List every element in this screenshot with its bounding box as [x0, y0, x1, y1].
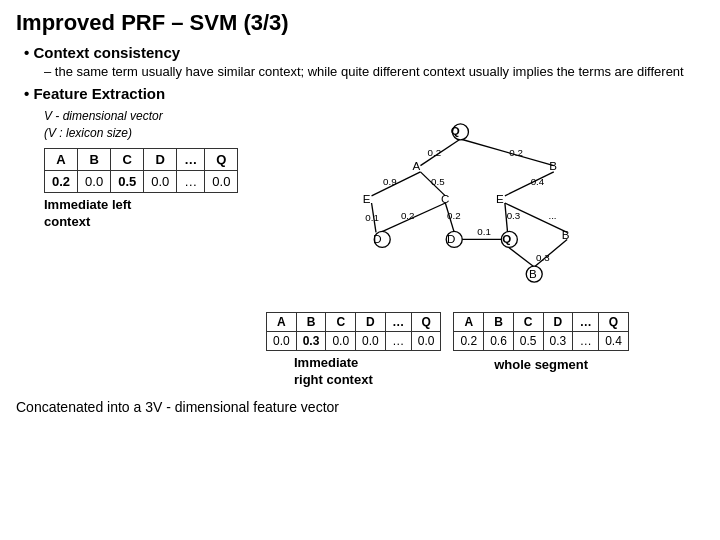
rt1-col-B: B [296, 313, 326, 332]
col-header-B: B [78, 148, 111, 170]
rt2-cell-ellipsis: … [573, 332, 599, 351]
left-panel: V - dimensional vector (V : lexicon size… [16, 108, 256, 389]
immediate-right-context-label: Immediateright context [294, 355, 441, 389]
whole-segment-label: whole segment [453, 357, 628, 372]
svg-text:E: E [363, 193, 371, 205]
rt2-col-C: C [513, 313, 543, 332]
page-title: Improved PRF – SVM (3/3) [16, 10, 704, 36]
rt1-col-Q: Q [411, 313, 441, 332]
cell-ellipsis: … [177, 170, 205, 192]
bottom-text: Concatenated into a 3V - dimensional fea… [16, 399, 704, 415]
svg-text:0.3: 0.3 [536, 252, 550, 263]
svg-line-1 [460, 139, 553, 166]
svg-text:E: E [496, 193, 504, 205]
rt1-cell-C: 0.0 [326, 332, 356, 351]
rt2-cell-D: 0.3 [543, 332, 573, 351]
svg-text:0.2: 0.2 [401, 210, 415, 221]
cell-A: 0.2 [45, 170, 78, 192]
svg-text:0.2: 0.2 [447, 210, 461, 221]
right-table2: A B C D … Q 0.2 0.6 0.5 0.3 … 0.4 [453, 312, 628, 351]
cell-B: 0.0 [78, 170, 111, 192]
col-header-C: C [111, 148, 144, 170]
col-header-Q: Q [205, 148, 238, 170]
svg-text:0.4: 0.4 [531, 176, 545, 187]
svg-text:...: ... [548, 210, 556, 221]
left-table: A B C D … Q 0.2 0.0 0.5 0.0 … 0.0 [44, 148, 238, 193]
svg-text:0.9: 0.9 [383, 176, 397, 187]
svg-text:0.1: 0.1 [365, 212, 379, 223]
svg-text:C: C [441, 193, 449, 205]
svg-text:D: D [373, 233, 381, 245]
svg-text:0.5: 0.5 [431, 176, 445, 187]
svg-text:D: D [447, 233, 455, 245]
col-header-ellipsis: … [177, 148, 205, 170]
rt1-cell-A: 0.0 [267, 332, 297, 351]
svg-text:B: B [549, 160, 557, 172]
svg-text:0.1: 0.1 [477, 226, 491, 237]
rt2-col-B: B [484, 313, 514, 332]
rt2-cell-C: 0.5 [513, 332, 543, 351]
right-table1: A B C D … Q 0.0 0.3 0.0 0.0 … 0.0 [266, 312, 441, 351]
immediate-right-context-block: A B C D … Q 0.0 0.3 0.0 0.0 … 0.0 [266, 312, 441, 389]
sub-bullet-context: – the same term usually have similar con… [44, 63, 704, 81]
rt1-col-D: D [356, 313, 386, 332]
svg-text:0.3: 0.3 [507, 210, 521, 221]
rt1-col-A: A [267, 313, 297, 332]
immediate-left-context-label: Immediate leftcontext [44, 197, 256, 231]
cell-D: 0.0 [144, 170, 177, 192]
rt1-cell-D: 0.0 [356, 332, 386, 351]
rt2-col-D: D [543, 313, 573, 332]
cell-C: 0.5 [111, 170, 144, 192]
svg-text:A: A [412, 160, 420, 172]
rt2-col-A: A [454, 313, 484, 332]
rt2-col-ellipsis: … [573, 313, 599, 332]
whole-segment-block: A B C D … Q 0.2 0.6 0.5 0.3 … 0.4 [453, 312, 628, 389]
svg-text:Q: Q [451, 126, 460, 138]
rt1-cell-B: 0.3 [296, 332, 326, 351]
cell-Q: 0.0 [205, 170, 238, 192]
graph-svg: Q A E C E B D D Q B B [296, 98, 616, 308]
rt2-cell-B: 0.6 [484, 332, 514, 351]
svg-line-8 [505, 172, 554, 196]
svg-text:B: B [529, 268, 537, 280]
svg-text:0.2: 0.2 [509, 147, 523, 158]
rt2-col-Q: Q [599, 313, 629, 332]
svg-text:B: B [562, 229, 570, 241]
col-header-D: D [144, 148, 177, 170]
rt1-cell-Q: 0.0 [411, 332, 441, 351]
col-header-A: A [45, 148, 78, 170]
svg-line-11 [508, 247, 535, 267]
rt1-col-C: C [326, 313, 356, 332]
right-tables-row: A B C D … Q 0.0 0.3 0.0 0.0 … 0.0 [266, 312, 704, 389]
rt2-cell-Q: 0.4 [599, 332, 629, 351]
rt1-col-ellipsis: … [385, 313, 411, 332]
bullet-context-consistency: • Context consistency [24, 44, 704, 61]
svg-text:0.2: 0.2 [428, 147, 442, 158]
v-dimensional-label: V - dimensional vector (V : lexicon size… [44, 108, 256, 142]
rt1-cell-ellipsis: … [385, 332, 411, 351]
rt2-cell-A: 0.2 [454, 332, 484, 351]
graph-area: Q A E C E B D D Q B B [296, 98, 616, 308]
right-panel: Q A E C E B D D Q B B [266, 108, 704, 389]
main-content: V - dimensional vector (V : lexicon size… [16, 108, 704, 389]
svg-text:Q: Q [502, 233, 511, 245]
